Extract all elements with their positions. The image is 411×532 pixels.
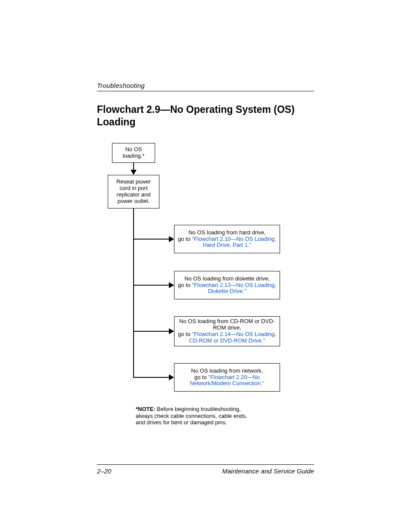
note-label: *NOTE: [136, 406, 156, 412]
footer-rule [97, 464, 314, 465]
branch-goto-prefix: go to [178, 236, 192, 242]
header-rule [97, 91, 314, 91]
branch-lead: No OS loading from diskette drive, [184, 275, 270, 282]
start-box: No OS loading.* [112, 143, 155, 163]
branch-box-diskette: No OS loading from diskette drive, go to… [174, 271, 280, 299]
flowchart-link-2-13[interactable]: "Flowchart 2.13—No OS Loading, Diskette … [192, 282, 276, 295]
footer: 2–20 Maintenance and Service Guide [97, 464, 314, 475]
branch-lead: No OS loading from CD-ROM or DVD-ROM dri… [179, 318, 275, 331]
branch-text: No OS loading from hard drive, go to "Fl… [174, 228, 280, 251]
connector [133, 285, 170, 286]
branch-lead: No OS loading from network, [191, 367, 263, 374]
branch-goto-prefix: go to [194, 374, 209, 380]
flowchart-link-2-10[interactable]: "Flowchart 2.10—No OS Loading, Hard Driv… [192, 236, 276, 249]
doc-title: Maintenance and Service Guide [222, 467, 314, 475]
flowchart: No OS loading.* Reseat power cord in por… [103, 143, 314, 423]
arrow-right-icon [169, 282, 174, 288]
branch-box-cdrom: No OS loading from CD-ROM or DVD-ROM dri… [174, 316, 280, 346]
reseat-box-text: Reseat power cord in port replicator and… [108, 177, 159, 206]
arrow-right-icon [169, 374, 174, 380]
branch-lead: No OS loading from hard drive, [188, 229, 265, 236]
page: Troubleshooting Flowchart 2.9—No Operati… [0, 0, 411, 532]
footnote: *NOTE: Before beginning troubleshooting,… [136, 406, 248, 426]
header: Troubleshooting Flowchart 2.9—No Operati… [97, 82, 314, 128]
arrow-right-icon [169, 236, 174, 242]
page-title: Flowchart 2.9—No Operating System (OS) L… [97, 103, 314, 128]
arrow-down-icon [131, 170, 137, 175]
reseat-box: Reseat power cord in port replicator and… [108, 175, 159, 208]
branch-box-network: No OS loading from network, go to "Flowc… [174, 363, 280, 392]
arrow-right-icon [169, 328, 174, 334]
branch-text: No OS loading from CD-ROM or DVD-ROM dri… [174, 317, 280, 346]
flowchart-link-2-14[interactable]: "Flowchart 2.14—No OS Loading, CD-ROM or… [189, 331, 276, 344]
branch-text: No OS loading from diskette drive, go to… [174, 274, 280, 297]
branch-box-hard-drive: No OS loading from hard drive, go to "Fl… [174, 225, 280, 253]
footer-row: 2–20 Maintenance and Service Guide [97, 467, 314, 475]
branch-text: No OS loading from network, go to "Flowc… [174, 366, 280, 389]
page-number: 2–20 [97, 467, 111, 475]
running-head: Troubleshooting [97, 82, 314, 89]
connector [133, 208, 134, 377]
branch-goto-prefix: go to [178, 331, 192, 337]
connector [133, 331, 170, 332]
connector [133, 377, 170, 378]
start-box-text: No OS loading.* [112, 145, 155, 161]
connector [133, 239, 170, 240]
branch-goto-prefix: go to [178, 282, 192, 288]
